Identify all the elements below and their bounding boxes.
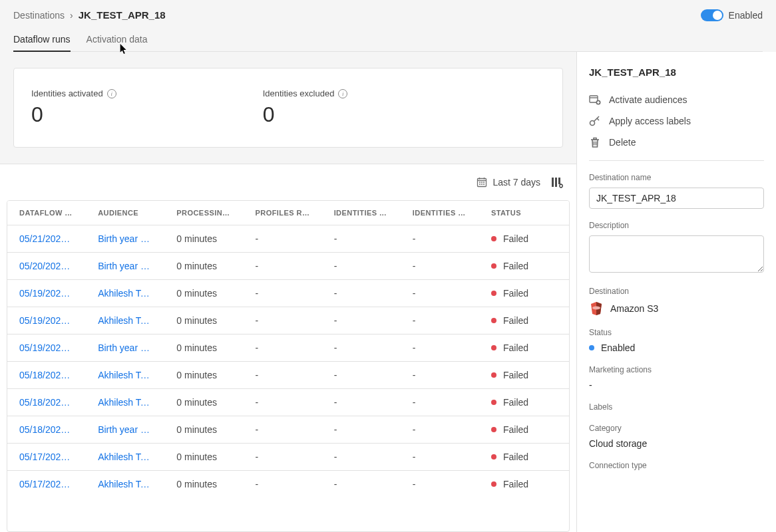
identities-excluded-cell: - bbox=[401, 334, 479, 362]
apply-access-labels-button[interactable]: Apply access labels bbox=[589, 115, 764, 127]
activate-audiences-button[interactable]: Activate audiences bbox=[589, 94, 764, 106]
status-dot-icon bbox=[491, 454, 496, 460]
breadcrumb: Destinations › JK_TEST_APR_18 bbox=[13, 9, 763, 21]
status-dot-icon bbox=[491, 400, 496, 405]
breadcrumb-current: JK_TEST_APR_18 bbox=[79, 9, 166, 21]
tab-activation-data[interactable]: Activation data bbox=[87, 34, 148, 51]
profiles-cell: - bbox=[243, 362, 321, 389]
col-run-start[interactable]: DATAFLOW RUN… bbox=[7, 201, 86, 225]
description-input[interactable] bbox=[589, 235, 764, 273]
connection-type-label: Connection type bbox=[589, 461, 764, 470]
activate-audiences-label: Activate audiences bbox=[609, 94, 687, 105]
audience-cell[interactable]: Birth year 19… bbox=[86, 253, 164, 280]
audience-cell[interactable]: Birth year 19… bbox=[86, 334, 164, 362]
svg-rect-11 bbox=[555, 178, 557, 187]
col-identities-activated[interactable]: IDENTITIES ACTI… bbox=[322, 201, 401, 225]
column-settings-icon[interactable] bbox=[551, 176, 563, 188]
status-dot-icon bbox=[491, 427, 496, 432]
processing-cell: 0 minutes bbox=[164, 225, 243, 253]
table-row[interactable]: 05/18/2024, 1…Birth year 19…0 minutes---… bbox=[7, 416, 569, 444]
table-row[interactable]: 05/17/2024, 9…Akhilesh Test…0 minutes---… bbox=[7, 444, 569, 471]
table-row[interactable]: 05/17/2024, 8…Akhilesh Test…0 minutes---… bbox=[7, 471, 569, 498]
status-dot-icon bbox=[491, 372, 496, 378]
status-cell: Failed bbox=[479, 362, 569, 389]
destination-name-input[interactable] bbox=[589, 188, 764, 209]
info-icon[interactable]: i bbox=[338, 89, 347, 98]
table-row[interactable]: 05/21/2024, 1…Birth year 19…0 minutes---… bbox=[7, 225, 569, 253]
processing-cell: 0 minutes bbox=[164, 362, 243, 389]
delete-button[interactable]: Delete bbox=[589, 136, 764, 148]
run-start-cell[interactable]: 05/18/2024, 8… bbox=[7, 389, 86, 416]
table-row[interactable]: 05/19/2024, 9…Akhilesh Test…0 minutes---… bbox=[7, 280, 569, 307]
table-row[interactable]: 05/20/2024, 1…Birth year 19…0 minutes---… bbox=[7, 253, 569, 280]
run-start-cell[interactable]: 05/17/2024, 8… bbox=[7, 471, 86, 498]
processing-cell: 0 minutes bbox=[164, 444, 243, 471]
aside-title: JK_TEST_APR_18 bbox=[589, 66, 764, 78]
status-cell: Failed bbox=[479, 416, 569, 444]
svg-point-26 bbox=[592, 307, 600, 310]
identities-activated-cell: - bbox=[322, 280, 401, 307]
audience-cell[interactable]: Akhilesh Test… bbox=[86, 307, 164, 334]
status-dot-icon bbox=[589, 345, 594, 350]
audience-cell[interactable]: Akhilesh Test… bbox=[86, 389, 164, 416]
enabled-toggle[interactable] bbox=[701, 9, 723, 21]
run-start-cell[interactable]: 05/19/2024, 1… bbox=[7, 334, 86, 362]
profiles-cell: - bbox=[243, 389, 321, 416]
identities-excluded-cell: - bbox=[401, 416, 479, 444]
status-cell: Failed bbox=[479, 389, 569, 416]
status-dot-icon bbox=[491, 236, 496, 241]
table-row[interactable]: 05/19/2024, 8…Akhilesh Test…0 minutes---… bbox=[7, 307, 569, 334]
col-audience[interactable]: AUDIENCE bbox=[86, 201, 164, 225]
table-row[interactable]: 05/19/2024, 1…Birth year 19…0 minutes---… bbox=[7, 334, 569, 362]
identities-excluded-cell: - bbox=[401, 444, 479, 471]
status-cell: Failed bbox=[479, 471, 569, 498]
key-icon bbox=[589, 115, 601, 127]
status-dot-icon bbox=[491, 318, 496, 323]
audience-cell[interactable]: Birth year 19… bbox=[86, 225, 164, 253]
run-start-cell[interactable]: 05/19/2024, 8… bbox=[7, 307, 86, 334]
breadcrumb-root[interactable]: Destinations bbox=[13, 10, 65, 21]
status-value: Enabled bbox=[601, 342, 635, 353]
col-status[interactable]: STATUS bbox=[479, 201, 569, 225]
category-label: Category bbox=[589, 424, 764, 433]
identities-excluded-cell: - bbox=[401, 471, 479, 498]
profiles-cell: - bbox=[243, 416, 321, 444]
status-label: Status bbox=[589, 328, 764, 337]
identities-excluded-cell: - bbox=[401, 253, 479, 280]
run-start-cell[interactable]: 05/20/2024, 1… bbox=[7, 253, 86, 280]
tab-dataflow-runs[interactable]: Dataflow runs bbox=[13, 34, 71, 51]
run-start-cell[interactable]: 05/17/2024, 9… bbox=[7, 444, 86, 471]
identities-activated-cell: - bbox=[322, 334, 401, 362]
audience-cell[interactable]: Akhilesh Test… bbox=[86, 471, 164, 498]
processing-cell: 0 minutes bbox=[164, 307, 243, 334]
col-processing[interactable]: PROCESSING D… bbox=[164, 201, 243, 225]
date-range-label: Last 7 days bbox=[492, 177, 540, 188]
col-identities-excluded[interactable]: IDENTITIES EXC… bbox=[401, 201, 479, 225]
status-dot-icon bbox=[491, 345, 496, 350]
processing-cell: 0 minutes bbox=[164, 471, 243, 498]
trash-icon bbox=[589, 136, 601, 148]
enabled-toggle-label: Enabled bbox=[729, 10, 763, 21]
date-range-filter[interactable]: Last 7 days bbox=[477, 177, 540, 188]
table-row[interactable]: 05/18/2024, 8…Akhilesh Test…0 minutes---… bbox=[7, 389, 569, 416]
audience-cell[interactable]: Birth year 19… bbox=[86, 416, 164, 444]
audience-cell[interactable]: Akhilesh Test… bbox=[86, 280, 164, 307]
identities-activated-value: 0 bbox=[31, 102, 116, 127]
status-cell: Failed bbox=[479, 225, 569, 253]
run-start-cell[interactable]: 05/21/2024, 1… bbox=[7, 225, 86, 253]
svg-point-13 bbox=[560, 184, 563, 188]
info-icon[interactable]: i bbox=[107, 89, 116, 98]
table-row[interactable]: 05/18/2024, 9…Akhilesh Test…0 minutes---… bbox=[7, 362, 569, 389]
run-start-cell[interactable]: 05/18/2024, 9… bbox=[7, 362, 86, 389]
run-start-cell[interactable]: 05/19/2024, 9… bbox=[7, 280, 86, 307]
profiles-cell: - bbox=[243, 253, 321, 280]
run-start-cell[interactable]: 05/18/2024, 1… bbox=[7, 416, 86, 444]
identities-activated-cell: - bbox=[322, 225, 401, 253]
col-profiles[interactable]: PROFILES RECEI… bbox=[243, 201, 321, 225]
status-cell: Failed bbox=[479, 253, 569, 280]
profiles-cell: - bbox=[243, 471, 321, 498]
profiles-cell: - bbox=[243, 307, 321, 334]
audience-cell[interactable]: Akhilesh Test… bbox=[86, 444, 164, 471]
audience-cell[interactable]: Akhilesh Test… bbox=[86, 362, 164, 389]
identities-excluded-label: Identities excluded bbox=[263, 88, 335, 98]
